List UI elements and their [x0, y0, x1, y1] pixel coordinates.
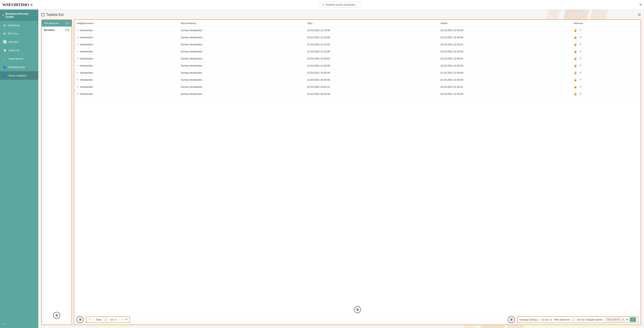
cell-ablauf: 22.03.2021 21:50:00 — [438, 76, 571, 83]
lock-icon[interactable]: 🔒 — [574, 71, 577, 74]
cell-name: ✏Introduction — [74, 90, 178, 98]
task-table: Aufgabenname Beschreibung Start ↓ Ablauf… — [74, 20, 640, 98]
lock-icon[interactable]: 🔒 — [574, 64, 577, 67]
edit-icon[interactable]: ✏ — [76, 36, 79, 39]
lock-icon[interactable]: 🔒 — [574, 50, 577, 53]
collapse-icon: « — [3, 322, 5, 326]
next-page-button[interactable]: › — [118, 318, 120, 322]
area-item-alle-bereiche[interactable]: Alle Bereiche (12) — [42, 20, 72, 26]
share-icon[interactable]: ↗ — [579, 78, 582, 81]
sidebar-item-bestellformular[interactable]: 👥 Bestellformular — [0, 63, 38, 71]
select-all-checkbox[interactable] — [41, 13, 44, 16]
cell-start: 22.03.2021 21:00:00 — [305, 62, 438, 69]
lock-icon[interactable]: 🔒 — [574, 92, 577, 96]
prev-page-button[interactable]: ‹ — [92, 318, 95, 322]
edit-icon[interactable]: ✏ — [76, 43, 79, 46]
sidebar-item-dashboard[interactable]: 🖥 Dashboard — [0, 21, 38, 29]
cell-actions: 🔒 ↗ — [571, 90, 640, 98]
hamburger-button[interactable]: ≡ — [640, 2, 642, 7]
refresh-button[interactable]: ↻ — [126, 318, 128, 321]
hilfe-checkbox[interactable] — [572, 318, 575, 321]
sidebar-item-inubit-monitor[interactable]: 🔗 inubit Monitor — [0, 54, 38, 63]
sidebar-item-label: Dashboard — [8, 24, 20, 27]
edit-icon[interactable]: ✏ — [76, 71, 79, 74]
cell-description: Survey Introduction — [178, 27, 305, 34]
logo-prefix: WM\ — [2, 2, 11, 7]
lock-icon[interactable]: 🔒 — [574, 85, 577, 89]
table-header: Aufgabenname Beschreibung Start ↓ Ablauf… — [74, 20, 640, 27]
edit-icon[interactable]: ✏ — [76, 92, 79, 95]
sidebar-collapse-button[interactable]: « — [0, 320, 38, 328]
cell-description: Survey Introduction — [178, 76, 305, 83]
col-beschreibung: Beschreibung — [178, 20, 305, 27]
dropdown-icon: ▾ — [626, 318, 628, 321]
sidebar-item-bpc-doc[interactable]: 🖥 BPC Doc — [0, 29, 38, 38]
edit-icon[interactable]: ✏ — [76, 78, 79, 81]
lock-icon[interactable]: 🔒 — [574, 57, 577, 60]
cell-description: Survey Introduction — [178, 69, 305, 76]
cell-start: 22.03.2021 20:40:00 — [305, 90, 438, 98]
sidebar-item-perf-mon[interactable]: 📈 Perf Mon — [0, 38, 38, 46]
adhoc-label: Ad-hoc Aufgabe starten — [577, 318, 603, 321]
settings-gear-icon[interactable]: ⚙ — [638, 13, 641, 17]
col-start[interactable]: Start ↓ — [305, 20, 438, 27]
page-label: Seite — [96, 318, 102, 321]
share-icon[interactable]: ↗ — [579, 57, 582, 60]
page-title: Tasklist Ext — [46, 13, 64, 17]
cell-actions: 🔒 ↗ — [571, 83, 640, 90]
sidebar-brand-label: Business Process Center — [5, 12, 36, 18]
first-page-button[interactable]: « — [88, 318, 91, 322]
cell-name: ✏Introduction — [74, 69, 178, 76]
notification-icon: ℹ — [323, 3, 324, 6]
cell-name: ✏Introduction — [74, 76, 178, 83]
callout-2: ② — [354, 306, 361, 313]
lock-icon[interactable]: 🔒 — [574, 78, 577, 81]
edit-icon[interactable]: ✏ — [76, 57, 79, 60]
share-icon[interactable]: ↗ — [579, 35, 582, 39]
panels-container: Alle Bereiche (12) bpcadmin (12) ① — [41, 19, 641, 325]
page-input[interactable] — [102, 318, 109, 322]
notification-bar: ℹ Taskliste wurde aktualisiert... — [44, 2, 636, 7]
share-icon[interactable]: ↗ — [579, 43, 582, 46]
bitte-select[interactable]: Bitte wählen — [605, 317, 625, 322]
sidebar-brand-icon: ≡ — [2, 14, 4, 17]
cell-name: ✏Introduction — [74, 48, 178, 55]
confirm-button[interactable]: ✓ — [630, 317, 636, 322]
last-page-button[interactable]: » — [121, 318, 124, 322]
cell-name: ✏Introduction — [74, 55, 178, 62]
share-icon[interactable]: ↗ — [579, 50, 582, 53]
sidebar-item-meine-aufgaben[interactable]: 👥 Meine Aufgaben — [0, 71, 38, 80]
logo-area: WM\VIRTIMO — [2, 2, 40, 7]
share-icon[interactable]: ↗ — [579, 64, 582, 67]
pagination-right: Anzeige Eintrag 1 - 10 von 12 Hilfe akti… — [517, 316, 638, 323]
area-item-bpcadmin[interactable]: bpcadmin (12) — [42, 26, 72, 33]
page-title-bar: Tasklist Ext ⚙ — [41, 13, 641, 17]
edit-icon[interactable]: ✏ — [76, 50, 79, 53]
sidebar-item-label: Perf Mon — [8, 40, 19, 43]
table-row: ✏Introduction Survey Introduction 22.03.… — [74, 55, 640, 62]
cell-description: Survey Introduction — [178, 83, 305, 90]
lock-icon[interactable]: 🔒 — [574, 43, 577, 46]
edit-icon[interactable]: ✏ — [76, 64, 79, 67]
notification-pill: ℹ Taskliste wurde aktualisiert... — [319, 2, 361, 7]
cell-ablauf: 22.03.2021 21:40:00 — [438, 90, 571, 98]
cell-description: Survey Introduction — [178, 48, 305, 55]
edit-icon[interactable]: ✏ — [76, 85, 79, 88]
edit-icon[interactable]: ✏ — [76, 29, 79, 32]
virtimo-logo: WM\VIRTIMO — [2, 2, 29, 7]
table-row: ✏Introduction Survey Introduction 22.03.… — [74, 41, 640, 48]
share-icon[interactable]: ↗ — [579, 71, 582, 74]
share-icon[interactable]: ↗ — [579, 28, 582, 32]
share-icon[interactable]: ↗ — [579, 92, 582, 96]
cell-actions: 🔒 ↗ — [571, 62, 640, 69]
cell-actions: 🔒 ↗ — [571, 34, 640, 41]
cell-actions: 🔒 ↗ — [571, 27, 640, 34]
share-icon[interactable]: ↗ — [579, 85, 582, 89]
cell-start: 22.03.2021 21:20:00 — [305, 34, 438, 41]
cell-start: 22.03.2021 21:15:01 — [305, 41, 438, 48]
cell-ablauf: 22.03.2021 22:10:00 — [438, 48, 571, 55]
chart-icon: 📈 — [3, 40, 7, 44]
lock-icon[interactable]: 🔒 — [574, 35, 577, 39]
lock-icon[interactable]: 🔒 — [574, 28, 577, 32]
sidebar-item-audit-log[interactable]: 📋 Audit Log — [0, 46, 38, 54]
